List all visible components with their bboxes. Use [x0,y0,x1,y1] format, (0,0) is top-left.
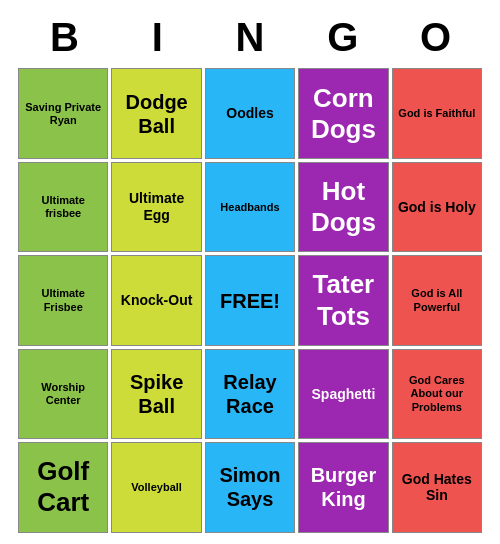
bingo-letter-b: B [18,11,111,64]
bingo-cell-4: God is Faithful [392,68,482,158]
bingo-cell-12: FREE! [205,255,295,345]
bingo-cell-11: Knock-Out [111,255,201,345]
bingo-header: BINGO [18,11,482,64]
cell-text-14: God is All Powerful [397,287,477,313]
bingo-cell-23: Burger King [298,442,388,532]
bingo-letter-g: G [296,11,389,64]
cell-text-17: Relay Race [210,370,290,418]
bingo-cell-5: Ultimate frisbee [18,162,108,252]
cell-text-18: Spaghetti [312,386,376,403]
cell-text-1: Dodge Ball [116,90,196,138]
bingo-cell-7: Headbands [205,162,295,252]
cell-text-13: Tater Tots [303,269,383,331]
bingo-cell-6: Ultimate Egg [111,162,201,252]
cell-text-22: Simon Says [210,463,290,511]
bingo-cell-10: Ultimate Frisbee [18,255,108,345]
cell-text-15: Worship Center [23,381,103,407]
cell-text-16: Spike Ball [116,370,196,418]
bingo-cell-13: Tater Tots [298,255,388,345]
bingo-cell-0: Saving Private Ryan [18,68,108,158]
cell-text-20: Golf Cart [23,456,103,518]
bingo-cell-3: Corn Dogs [298,68,388,158]
cell-text-12: FREE! [220,289,280,313]
cell-text-19: God Cares About our Problems [397,374,477,414]
bingo-grid: Saving Private RyanDodge BallOodlesCorn … [18,68,482,532]
bingo-card: BINGO Saving Private RyanDodge BallOodle… [10,3,490,540]
bingo-cell-9: God is Holy [392,162,482,252]
bingo-cell-18: Spaghetti [298,349,388,439]
bingo-cell-2: Oodles [205,68,295,158]
cell-text-10: Ultimate Frisbee [23,287,103,313]
bingo-cell-8: Hot Dogs [298,162,388,252]
cell-text-8: Hot Dogs [303,176,383,238]
cell-text-24: God Hates Sin [397,471,477,505]
cell-text-0: Saving Private Ryan [23,101,103,127]
bingo-cell-1: Dodge Ball [111,68,201,158]
cell-text-2: Oodles [226,105,273,122]
bingo-cell-14: God is All Powerful [392,255,482,345]
bingo-cell-24: God Hates Sin [392,442,482,532]
bingo-cell-16: Spike Ball [111,349,201,439]
bingo-cell-22: Simon Says [205,442,295,532]
cell-text-4: God is Faithful [398,107,475,120]
cell-text-23: Burger King [303,463,383,511]
bingo-letter-n: N [204,11,297,64]
bingo-cell-20: Golf Cart [18,442,108,532]
bingo-cell-15: Worship Center [18,349,108,439]
cell-text-9: God is Holy [398,199,476,216]
bingo-cell-17: Relay Race [205,349,295,439]
bingo-cell-19: God Cares About our Problems [392,349,482,439]
cell-text-5: Ultimate frisbee [23,194,103,220]
cell-text-11: Knock-Out [121,292,193,309]
bingo-cell-21: Volleyball [111,442,201,532]
cell-text-6: Ultimate Egg [116,190,196,224]
bingo-letter-i: I [111,11,204,64]
bingo-letter-o: O [389,11,482,64]
cell-text-7: Headbands [220,201,279,214]
cell-text-21: Volleyball [131,481,182,494]
cell-text-3: Corn Dogs [303,83,383,145]
